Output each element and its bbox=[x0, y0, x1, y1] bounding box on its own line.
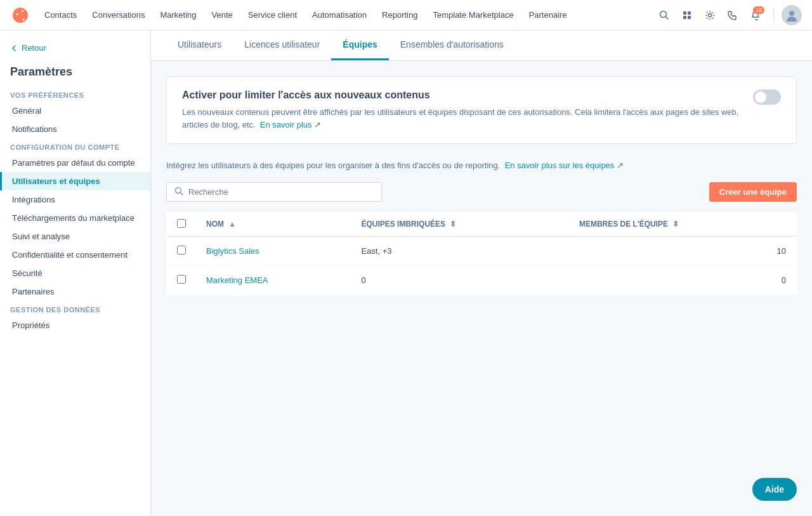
toggle-thumb bbox=[755, 91, 766, 103]
search-input[interactable] bbox=[188, 187, 374, 197]
calls-button[interactable] bbox=[723, 5, 743, 25]
svg-line-10 bbox=[181, 192, 183, 195]
tab-ensembles[interactable]: Ensembles d'autorisations bbox=[389, 30, 515, 60]
nav-conversations[interactable]: Conversations bbox=[86, 8, 151, 22]
row-checkbox-cell bbox=[167, 236, 197, 265]
row-1-membres-value: 10 bbox=[777, 246, 786, 256]
nav-icons-group: 19 bbox=[654, 5, 802, 25]
sidebar-item-confidentialite[interactable]: Confidentialité et consentement bbox=[0, 246, 150, 264]
main-content: Utilisateurs Licences utilisateur Équipe… bbox=[151, 30, 812, 516]
svg-rect-3 bbox=[688, 11, 691, 15]
user-avatar[interactable] bbox=[782, 5, 802, 25]
external-link-icon: ↗ bbox=[314, 120, 321, 129]
row-1-equipes-value: East, +3 bbox=[361, 246, 391, 256]
col-equipes-imbriquees[interactable]: ÉQUIPES IMBRIQUÉES ⬍ bbox=[351, 212, 568, 236]
section-label-config: Configuration du compte bbox=[0, 138, 150, 154]
info-box-link[interactable]: En savoir plus bbox=[260, 120, 312, 129]
tab-equipes[interactable]: Équipes bbox=[331, 30, 388, 60]
content-area: Activer pour limiter l'accès aux nouveau… bbox=[151, 61, 812, 310]
membres-sort-icon: ⬍ bbox=[672, 220, 679, 228]
teams-table: NOM ▲ ÉQUIPES IMBRIQUÉES ⬍ MEMBRES DE L'… bbox=[166, 212, 797, 295]
subtitle-link[interactable]: En savoir plus sur les équipes bbox=[505, 161, 615, 170]
svg-rect-5 bbox=[688, 16, 691, 19]
row-2-membres-value: 0 bbox=[782, 275, 786, 285]
subtitle-text: Intégrez les utilisateurs à des équipes … bbox=[166, 161, 500, 170]
nom-sort-icon: ▲ bbox=[228, 220, 236, 228]
section-label-gestion: Gestion des données bbox=[0, 301, 150, 316]
row-2-checkbox-cell bbox=[167, 265, 197, 294]
row-2-checkbox[interactable] bbox=[177, 275, 186, 284]
row-1-membres: 10 bbox=[569, 236, 797, 265]
svg-line-1 bbox=[666, 17, 669, 19]
col-nom[interactable]: NOM ▲ bbox=[196, 212, 351, 236]
page-layout: Retour Paramètres Vos préférences Généra… bbox=[0, 30, 812, 516]
top-navigation: Contacts Conversations Marketing Vente S… bbox=[0, 0, 812, 30]
sidebar-item-integrations[interactable]: Intégrations bbox=[0, 190, 150, 209]
nav-contacts[interactable]: Contacts bbox=[38, 8, 83, 22]
marketplace-button[interactable] bbox=[677, 5, 697, 25]
col-membres[interactable]: MEMBRES DE L'ÉQUIPE ⬍ bbox=[569, 212, 797, 236]
tab-licences[interactable]: Licences utilisateur bbox=[233, 30, 331, 60]
svg-point-8 bbox=[789, 11, 794, 16]
notification-badge: 19 bbox=[753, 6, 764, 14]
help-button[interactable]: Aide bbox=[752, 478, 797, 501]
select-all-checkbox[interactable] bbox=[177, 219, 186, 228]
row-2-nom: Marketing EMEA bbox=[196, 265, 351, 294]
sidebar-item-proprietes[interactable]: Propriétés bbox=[0, 316, 150, 334]
col-checkbox bbox=[167, 212, 197, 236]
sidebar-item-params-defaut[interactable]: Paramètres par défaut du compte bbox=[0, 154, 150, 172]
table-controls: Créer une équipe bbox=[166, 182, 797, 202]
nav-marketing[interactable]: Marketing bbox=[154, 8, 202, 22]
row-1-nom: Biglytics Sales bbox=[196, 236, 351, 265]
sidebar-title: Paramètres bbox=[0, 63, 150, 86]
section-label-preferences: Vos préférences bbox=[0, 86, 150, 102]
row-2-equipes-value: 0 bbox=[361, 275, 365, 285]
svg-rect-4 bbox=[683, 16, 686, 19]
search-button[interactable] bbox=[654, 5, 674, 25]
nav-partenaire[interactable]: Partenaire bbox=[523, 8, 573, 22]
tab-utilisateurs[interactable]: Utilisateurs bbox=[166, 30, 233, 60]
settings-button[interactable] bbox=[700, 5, 720, 25]
sidebar: Retour Paramètres Vos préférences Généra… bbox=[0, 30, 151, 516]
info-box-description: Les nouveaux contenus peuvent être affic… bbox=[182, 106, 743, 131]
table-row: Biglytics Sales East, +3 10 bbox=[167, 236, 797, 265]
row-2-membres: 0 bbox=[569, 265, 797, 294]
search-icon bbox=[174, 187, 183, 197]
search-box bbox=[166, 182, 382, 202]
back-button[interactable]: Retour bbox=[0, 38, 150, 58]
nav-service[interactable]: Service client bbox=[242, 8, 303, 22]
col-equipes-label: ÉQUIPES IMBRIQUÉES bbox=[361, 220, 445, 228]
create-team-button[interactable]: Créer une équipe bbox=[709, 182, 797, 202]
section-subtitle: Intégrez les utilisateurs à des équipes … bbox=[166, 159, 797, 172]
table-row: Marketing EMEA 0 0 bbox=[167, 265, 797, 294]
row-2-nom-link[interactable]: Marketing EMEA bbox=[206, 275, 268, 285]
info-box: Activer pour limiter l'accès aux nouveau… bbox=[166, 76, 797, 144]
back-label: Retour bbox=[22, 43, 46, 53]
hubspot-logo[interactable] bbox=[10, 5, 30, 25]
row-2-equipes: 0 bbox=[351, 265, 568, 294]
nav-template[interactable]: Template Marketplace bbox=[426, 8, 520, 22]
nav-vente[interactable]: Vente bbox=[206, 8, 239, 22]
notifications-button[interactable]: 19 bbox=[745, 5, 766, 25]
sidebar-item-notifications[interactable]: Notifications bbox=[0, 120, 150, 138]
access-toggle[interactable] bbox=[753, 89, 781, 105]
sidebar-item-utilisateurs-equipes[interactable]: Utilisateurs et équipes bbox=[0, 172, 150, 190]
col-nom-label: NOM bbox=[206, 220, 224, 228]
row-1-checkbox[interactable] bbox=[177, 246, 186, 255]
nav-reporting[interactable]: Reporting bbox=[376, 8, 424, 22]
info-box-text: Activer pour limiter l'accès aux nouveau… bbox=[182, 89, 743, 131]
sidebar-item-partenaires[interactable]: Partenaires bbox=[0, 282, 150, 301]
sidebar-item-securite[interactable]: Sécurité bbox=[0, 264, 150, 282]
sidebar-item-general[interactable]: Général bbox=[0, 102, 150, 120]
info-box-title: Activer pour limiter l'accès aux nouveau… bbox=[182, 89, 743, 101]
row-1-equipes: East, +3 bbox=[351, 236, 568, 265]
nav-divider bbox=[773, 8, 774, 23]
subtitle-link-icon: ↗ bbox=[617, 161, 624, 170]
svg-rect-2 bbox=[683, 11, 686, 15]
tabs-bar: Utilisateurs Licences utilisateur Équipe… bbox=[151, 30, 812, 61]
sidebar-item-suivi[interactable]: Suivi et analyse bbox=[0, 227, 150, 246]
row-1-nom-link[interactable]: Biglytics Sales bbox=[206, 246, 259, 256]
svg-point-6 bbox=[709, 13, 712, 17]
nav-automatisation[interactable]: Automatisation bbox=[306, 8, 373, 22]
sidebar-item-telechargements[interactable]: Téléchargements du marketplace bbox=[0, 209, 150, 227]
